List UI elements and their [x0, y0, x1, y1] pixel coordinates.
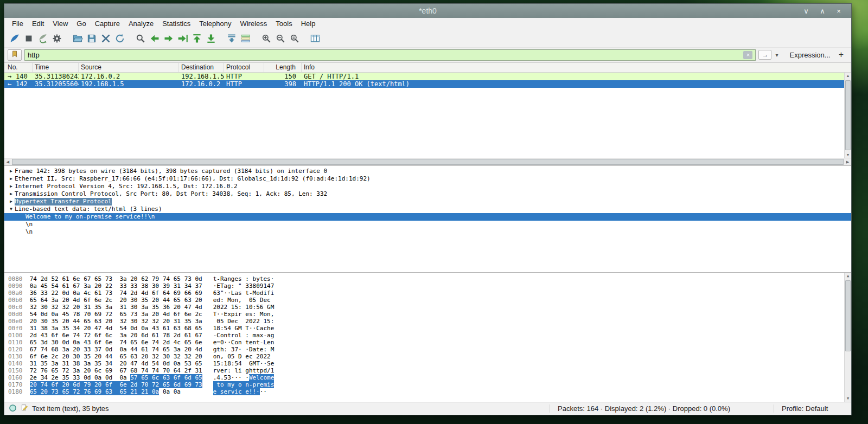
hex-row-0080[interactable]: 0080 74 2d 52 61 6e 67 65 73 3a 20 62 79…	[8, 275, 843, 282]
scrollbar-thumb[interactable]	[845, 80, 851, 150]
filter-dropdown-caret-icon[interactable]: ▾	[774, 52, 779, 58]
resize-columns-icon[interactable]	[308, 31, 322, 46]
save-file-icon[interactable]	[85, 31, 99, 46]
packet-list-hscrollbar[interactable]: ◀ ▶	[4, 158, 851, 166]
filter-add-button[interactable]: +	[838, 50, 848, 60]
scroll-down-icon[interactable]: ▼	[845, 153, 851, 157]
hex-row-0180[interactable]: 0180 65 20 73 65 72 76 69 63 65 21 21 0a…	[8, 388, 843, 395]
capture-options-icon[interactable]	[50, 31, 64, 46]
expander-icon[interactable]: ▶	[8, 190, 15, 198]
zoom-in-icon[interactable]	[259, 31, 273, 46]
hex-row-00e0[interactable]: 00e0 20 30 35 20 44 65 63 20 32 30 32 32…	[8, 318, 843, 325]
detail-row[interactable]: ▶Hypertext Transfer Protocol	[4, 198, 851, 205]
hex-row-00a0[interactable]: 00a0 36 33 22 0d 0a 4c 61 73 74 2d 4d 6f…	[8, 290, 843, 297]
expression-button[interactable]: Expression...	[782, 51, 835, 59]
hex-row-0130[interactable]: 0130 6f 6e 2c 20 30 35 20 44 65 63 20 32…	[8, 353, 843, 360]
zoom-original-icon[interactable]	[288, 31, 302, 46]
packet-list-scrollbar[interactable]: ▲ ▼	[844, 73, 851, 158]
capture-start-icon[interactable]	[8, 31, 22, 46]
menu-help[interactable]: Help	[297, 18, 320, 29]
close-icon[interactable]: ×	[835, 7, 843, 15]
column-header-time[interactable]: Time	[33, 63, 79, 72]
expander-icon[interactable]: ▶	[8, 175, 15, 183]
scrollbar-thumb[interactable]	[845, 280, 851, 351]
hex-row-00f0[interactable]: 00f0 31 38 3a 35 34 20 47 4d 54 0d 0a 43…	[8, 325, 843, 332]
column-header-proto[interactable]: Protocol	[224, 63, 264, 72]
title-bar[interactable]: *eth0 ∨ ∧ ×	[4, 4, 851, 18]
menu-statistics[interactable]: Statistics	[158, 18, 195, 29]
hex-row-0110[interactable]: 0110 65 3d 30 0d 0a 43 6f 6e 74 65 6e 74…	[8, 339, 843, 346]
expert-info-icon[interactable]	[9, 404, 17, 414]
menu-analyze[interactable]: Analyze	[124, 18, 158, 29]
hex-pane-scrollbar[interactable]: ▲ ▼	[844, 273, 851, 402]
menu-capture[interactable]: Capture	[91, 18, 124, 29]
hex-row-00d0[interactable]: 00d0 54 0d 0a 45 78 70 69 72 65 73 3a 20…	[8, 311, 843, 318]
column-header-info[interactable]: Info	[302, 63, 851, 72]
go-forward-icon[interactable]	[162, 31, 176, 46]
hex-row-0090[interactable]: 0090 0a 45 54 61 67 3a 20 22 33 33 38 30…	[8, 282, 843, 290]
hex-row-00c0[interactable]: 00c0 32 30 32 32 20 31 35 3a 31 30 3a 35…	[8, 304, 843, 311]
menu-edit[interactable]: Edit	[28, 18, 48, 29]
scroll-down-icon[interactable]: ▼	[845, 396, 851, 401]
menu-tools[interactable]: Tools	[271, 18, 296, 29]
display-filter-input[interactable]: http ×	[24, 49, 756, 61]
detail-row[interactable]: \n	[4, 228, 851, 236]
menu-file[interactable]: File	[8, 18, 28, 29]
hscrollbar-thumb[interactable]	[12, 159, 844, 165]
column-header-no[interactable]: No.	[4, 63, 33, 72]
packet-row-142[interactable]: ←14235.312055604192.168.1.5172.16.0.2HTT…	[4, 80, 851, 88]
scroll-up-icon[interactable]: ▲	[845, 74, 851, 78]
hex-row-0140[interactable]: 0140 31 35 3a 31 38 3a 35 34 20 47 4d 54…	[8, 360, 843, 367]
menu-telephony[interactable]: Telephony	[195, 18, 235, 29]
detail-row[interactable]: ▼Line-based text data: text/html (3 line…	[4, 205, 851, 213]
open-file-icon[interactable]	[71, 31, 85, 46]
expander-icon[interactable]: ▶	[8, 198, 15, 205]
status-profile[interactable]: Profile: Default	[774, 404, 847, 413]
hex-byte: 0d	[41, 311, 48, 318]
hex-row-0160[interactable]: 0160 2e 34 2e 35 33 0d 0a 0d 0a 57 65 6c…	[8, 374, 843, 381]
hex-gap	[23, 353, 30, 360]
shade-icon[interactable]: ∨	[802, 7, 810, 15]
column-header-src[interactable]: Source	[79, 63, 179, 72]
reload-icon[interactable]	[113, 31, 127, 46]
scroll-right-icon[interactable]: ▶	[844, 158, 851, 165]
capture-restart-icon[interactable]	[36, 31, 50, 46]
filter-apply-button[interactable]: →	[758, 50, 771, 60]
expander-icon[interactable]: ▶	[8, 183, 15, 190]
expander-icon[interactable]: ▶	[8, 168, 15, 175]
detail-row[interactable]: ▶Ethernet II, Src: Raspberr_17:66:66 (e4…	[4, 175, 851, 183]
find-packet-icon[interactable]	[133, 31, 148, 46]
menu-view[interactable]: View	[48, 18, 72, 29]
hex-row-0120[interactable]: 0120 67 74 68 3a 20 33 37 0d 0a 44 61 74…	[8, 346, 843, 353]
detail-row[interactable]: ▶Internet Protocol Version 4, Src: 192.1…	[4, 183, 851, 190]
column-header-dst[interactable]: Destination	[179, 63, 224, 72]
capture-comment-icon[interactable]	[21, 404, 28, 413]
detail-row[interactable]: ▶Transmission Control Protocol, Src Port…	[4, 190, 851, 198]
go-back-icon[interactable]	[148, 31, 162, 46]
menu-wireless[interactable]: Wireless	[235, 18, 271, 29]
autoscroll-icon[interactable]	[225, 31, 239, 46]
go-bottom-icon[interactable]	[204, 31, 218, 46]
column-header-len[interactable]: Length	[264, 63, 302, 72]
menu-go[interactable]: Go	[72, 18, 90, 29]
hex-row-0150[interactable]: 0150 72 76 65 72 3a 20 6c 69 67 68 74 74…	[8, 367, 843, 374]
hex-row-00b0[interactable]: 00b0 65 64 3a 20 4d 6f 6e 2c 20 30 35 20…	[8, 297, 843, 304]
hex-row-0170[interactable]: 0170 20 74 6f 20 6d 79 20 6f 6e 2d 70 72…	[8, 381, 843, 388]
detail-row[interactable]: ▶Frame 142: 398 bytes on wire (3184 bits…	[4, 168, 851, 175]
scroll-left-icon[interactable]: ◀	[4, 158, 11, 165]
expander-icon[interactable]: ▼	[8, 205, 15, 213]
detail-row[interactable]: \n	[4, 221, 851, 228]
scroll-up-icon[interactable]: ▲	[845, 274, 851, 278]
detail-row[interactable]: Welcome to my on-premise service!!\n	[4, 213, 851, 221]
filter-bookmark-button[interactable]	[8, 49, 22, 61]
go-to-packet-icon[interactable]	[176, 31, 190, 46]
capture-stop-icon[interactable]	[22, 31, 36, 46]
hex-row-0100[interactable]: 0100 2d 43 6f 6e 74 72 6f 6c 3a 20 6d 61…	[8, 332, 843, 339]
filter-clear-icon[interactable]: ×	[743, 51, 752, 59]
zoom-out-icon[interactable]	[273, 31, 288, 46]
maximize-icon[interactable]: ∧	[819, 7, 826, 15]
packet-row-140[interactable]: →14035.311386242172.16.0.2192.168.1.5HTT…	[4, 73, 851, 80]
colorize-icon[interactable]	[239, 31, 253, 46]
close-file-icon[interactable]	[99, 31, 113, 46]
go-top-icon[interactable]	[190, 31, 204, 46]
